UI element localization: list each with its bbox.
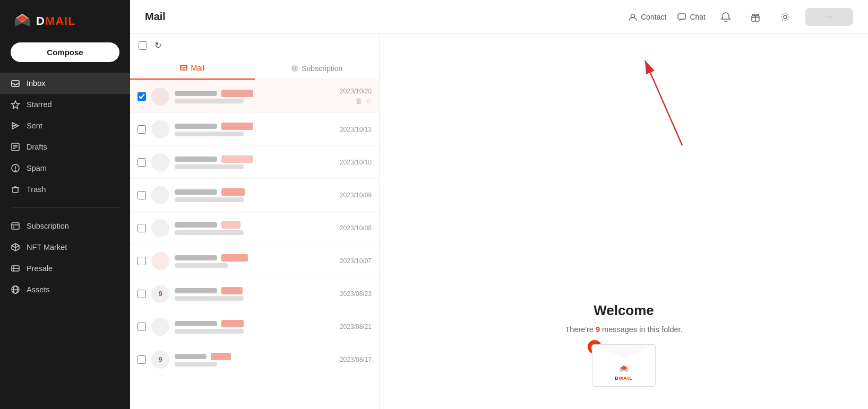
sidebar-item-nft-market[interactable]: NFT Market bbox=[0, 237, 130, 258]
mail-item[interactable]: 2023/10/13 bbox=[130, 113, 379, 146]
sidebar-item-assets[interactable]: Assets bbox=[0, 279, 130, 300]
spam-label: Spam bbox=[27, 164, 47, 172]
sidebar-divider bbox=[11, 207, 119, 208]
mail-date: 2023/08/21 bbox=[340, 323, 372, 330]
avatar bbox=[151, 318, 169, 336]
mail-checkbox[interactable] bbox=[137, 290, 146, 298]
envelope-logo: DMAIL bbox=[615, 364, 633, 381]
mail-date: 2023/10/07 bbox=[340, 257, 372, 265]
mail-checkbox[interactable] bbox=[137, 92, 146, 101]
mail-meta: 2023/10/20 🗑 ☆ bbox=[340, 88, 372, 105]
mail-checkbox[interactable] bbox=[137, 257, 146, 265]
header: Mail Contact Chat bbox=[130, 0, 868, 34]
settings-button[interactable] bbox=[776, 7, 795, 27]
sidebar-item-sent[interactable]: Sent bbox=[0, 115, 130, 136]
welcome-section: Welcome There're 9 messages in this fold… bbox=[565, 302, 682, 388]
mail-item[interactable]: 9 2023/08/23 bbox=[130, 277, 379, 310]
sidebar-item-trash[interactable]: Trash bbox=[0, 179, 130, 200]
mail-checkbox[interactable] bbox=[137, 323, 146, 331]
red-arrow-indicator bbox=[640, 55, 687, 153]
mail-item[interactable]: 2023/10/10 bbox=[130, 146, 379, 179]
mail-content bbox=[175, 123, 334, 136]
mail-checkbox[interactable] bbox=[137, 355, 146, 364]
right-panel: Welcome There're 9 messages in this fold… bbox=[380, 34, 868, 409]
send-icon bbox=[11, 121, 20, 130]
drafts-label: Drafts bbox=[27, 143, 47, 151]
profile-button[interactable]: ··· bbox=[805, 8, 853, 26]
sidebar-item-presale[interactable]: Presale bbox=[0, 258, 130, 279]
subscription-icon bbox=[11, 221, 20, 231]
avatar: 9 bbox=[151, 285, 169, 303]
mail-tag bbox=[221, 254, 248, 262]
dmail-logo-icon bbox=[13, 12, 32, 31]
inbox-label: Inbox bbox=[27, 79, 45, 88]
sidebar-item-subscription[interactable]: Subscription bbox=[0, 215, 130, 237]
svg-line-33 bbox=[645, 60, 682, 145]
avatar bbox=[151, 219, 169, 237]
mail-content bbox=[175, 221, 334, 235]
tab-subscription[interactable]: Subscription bbox=[255, 57, 380, 80]
star-icon bbox=[11, 100, 20, 109]
star-action-icon[interactable]: ☆ bbox=[365, 97, 372, 105]
subject-bar bbox=[175, 362, 217, 367]
secondary-nav: Subscription NFT Market Presale bbox=[0, 213, 130, 302]
mail-meta: 2023/08/17 bbox=[340, 356, 372, 363]
avatar: 9 bbox=[151, 351, 169, 369]
compose-button[interactable]: Compose bbox=[11, 42, 119, 62]
sidebar-item-spam[interactable]: Spam bbox=[0, 158, 130, 179]
presale-label: Presale bbox=[27, 264, 53, 273]
avatar bbox=[151, 153, 169, 171]
mail-item[interactable]: 2023/10/09 bbox=[130, 179, 379, 212]
mail-date: 2023/10/20 bbox=[340, 88, 372, 95]
chat-button[interactable]: Chat bbox=[677, 12, 706, 22]
mail-content bbox=[175, 353, 334, 367]
tab-mail-label: Mail bbox=[191, 64, 204, 72]
settings-icon bbox=[780, 12, 790, 22]
mail-item[interactable]: 2023/10/20 🗑 ☆ bbox=[130, 80, 379, 113]
mail-content bbox=[175, 90, 334, 103]
sidebar-item-starred[interactable]: Starred bbox=[0, 94, 130, 115]
tab-mail[interactable]: Mail bbox=[130, 57, 255, 80]
mail-item[interactable]: 2023/08/21 bbox=[130, 310, 379, 343]
starred-label: Starred bbox=[27, 100, 52, 109]
mail-date: 2023/10/09 bbox=[340, 192, 372, 199]
mail-checkbox[interactable] bbox=[137, 158, 146, 167]
gift-button[interactable] bbox=[746, 7, 765, 27]
mail-meta: 2023/10/07 bbox=[340, 257, 372, 265]
sender-bar bbox=[175, 156, 217, 162]
logo-area: DMAIL bbox=[0, 0, 130, 42]
select-all-checkbox[interactable] bbox=[139, 41, 147, 50]
mail-item[interactable]: 9 2023/08/17 bbox=[130, 343, 379, 376]
spam-icon bbox=[11, 163, 20, 173]
sidebar-item-inbox[interactable]: Inbox bbox=[0, 73, 130, 94]
mail-item[interactable]: 2023/10/08 bbox=[130, 212, 379, 245]
nft-icon bbox=[11, 242, 20, 252]
mail-item[interactable]: 2023/10/07 bbox=[130, 245, 379, 277]
contact-button[interactable]: Contact bbox=[628, 12, 666, 22]
sender-bar bbox=[175, 222, 217, 228]
mail-checkbox[interactable] bbox=[137, 191, 146, 199]
mail-tag bbox=[221, 123, 253, 130]
mail-tag bbox=[211, 353, 231, 360]
page-title: Mail bbox=[145, 11, 166, 23]
refresh-button[interactable]: ↻ bbox=[154, 40, 161, 50]
sent-label: Sent bbox=[27, 121, 42, 130]
mail-checkbox[interactable] bbox=[137, 224, 146, 232]
sidebar-item-drafts[interactable]: Drafts bbox=[0, 136, 130, 158]
sidebar: DMAIL Compose Inbox Starred bbox=[0, 0, 130, 409]
contact-label: Contact bbox=[641, 13, 666, 21]
svg-rect-24 bbox=[678, 14, 685, 19]
mail-meta: 2023/10/10 bbox=[340, 159, 372, 166]
mail-checkbox[interactable] bbox=[137, 125, 146, 134]
trash-label: Trash bbox=[27, 185, 46, 194]
avatar bbox=[151, 120, 169, 138]
notification-button[interactable] bbox=[716, 7, 735, 27]
delete-icon[interactable]: 🗑 bbox=[355, 97, 362, 105]
mail-date: 2023/10/10 bbox=[340, 159, 372, 166]
svg-point-11 bbox=[15, 170, 16, 171]
avatar bbox=[151, 186, 169, 204]
sender-bar bbox=[175, 91, 217, 96]
inbox-icon bbox=[11, 79, 20, 88]
mail-content bbox=[175, 155, 334, 169]
mail-date: 2023/10/08 bbox=[340, 224, 372, 232]
